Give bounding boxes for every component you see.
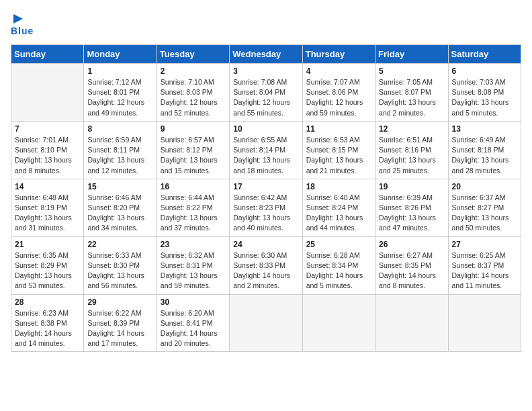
calendar-cell: 3Sunrise: 7:08 AMSunset: 8:04 PMDaylight… [230,64,302,122]
day-info: Sunrise: 6:23 AMSunset: 8:38 PMDaylight:… [15,308,80,349]
day-info: Sunrise: 6:40 AMSunset: 8:24 PMDaylight:… [306,193,371,234]
calendar-cell: 21Sunrise: 6:35 AMSunset: 8:29 PMDayligh… [11,236,84,294]
day-info: Sunrise: 6:49 AMSunset: 8:18 PMDaylight:… [452,135,517,176]
logo-text [11,11,24,26]
calendar-cell [302,294,375,352]
day-info: Sunrise: 6:55 AMSunset: 8:14 PMDaylight:… [233,135,298,176]
day-info: Sunrise: 6:25 AMSunset: 8:37 PMDaylight:… [452,250,517,291]
calendar-week-row: 1Sunrise: 7:12 AMSunset: 8:01 PMDaylight… [11,64,521,122]
svg-marker-0 [13,14,23,24]
day-number: 4 [306,66,371,76]
day-info: Sunrise: 6:53 AMSunset: 8:15 PMDaylight:… [306,135,371,176]
day-info: Sunrise: 7:03 AMSunset: 8:08 PMDaylight:… [452,77,517,118]
day-number: 9 [161,124,226,134]
calendar-cell [448,294,521,352]
column-header-friday: Friday [375,45,448,64]
calendar-cell: 14Sunrise: 6:48 AMSunset: 8:19 PMDayligh… [11,179,84,236]
calendar-cell: 16Sunrise: 6:44 AMSunset: 8:22 PMDayligh… [157,179,229,236]
column-header-thursday: Thursday [302,45,375,64]
day-number: 20 [452,182,517,191]
day-info: Sunrise: 6:46 AMSunset: 8:20 PMDaylight:… [87,193,152,234]
day-info: Sunrise: 6:22 AMSunset: 8:39 PMDaylight:… [87,308,152,349]
day-number: 17 [233,182,298,191]
day-info: Sunrise: 6:51 AMSunset: 8:16 PMDaylight:… [379,135,444,176]
day-info: Sunrise: 6:37 AMSunset: 8:27 PMDaylight:… [452,193,517,234]
column-header-wednesday: Wednesday [230,45,302,64]
day-info: Sunrise: 7:08 AMSunset: 8:04 PMDaylight:… [233,77,298,118]
logo: Blue [11,11,34,36]
calendar-cell: 29Sunrise: 6:22 AMSunset: 8:39 PMDayligh… [84,294,157,352]
day-number: 26 [379,240,444,249]
calendar-cell: 11Sunrise: 6:53 AMSunset: 8:15 PMDayligh… [302,121,375,179]
day-number: 7 [15,124,80,134]
day-number: 10 [233,124,298,134]
day-info: Sunrise: 7:05 AMSunset: 8:07 PMDaylight:… [379,77,444,118]
day-info: Sunrise: 7:01 AMSunset: 8:10 PMDaylight:… [15,135,80,176]
calendar-cell: 7Sunrise: 7:01 AMSunset: 8:10 PMDaylight… [11,121,84,179]
column-header-monday: Monday [84,45,157,64]
day-number: 27 [452,240,517,249]
calendar-cell: 13Sunrise: 6:49 AMSunset: 8:18 PMDayligh… [448,121,521,179]
day-info: Sunrise: 6:59 AMSunset: 8:11 PMDaylight:… [87,135,152,176]
day-info: Sunrise: 6:33 AMSunset: 8:30 PMDaylight:… [87,250,152,291]
calendar-cell [230,294,302,352]
day-info: Sunrise: 6:32 AMSunset: 8:31 PMDaylight:… [161,250,226,291]
day-info: Sunrise: 6:35 AMSunset: 8:29 PMDaylight:… [15,250,80,291]
calendar-week-row: 7Sunrise: 7:01 AMSunset: 8:10 PMDaylight… [11,121,521,179]
calendar-cell: 25Sunrise: 6:28 AMSunset: 8:34 PMDayligh… [302,236,375,294]
day-info: Sunrise: 7:12 AMSunset: 8:01 PMDaylight:… [87,77,152,118]
day-number: 23 [161,240,226,249]
day-number: 29 [87,298,152,307]
calendar-cell: 9Sunrise: 6:57 AMSunset: 8:12 PMDaylight… [157,121,229,179]
column-header-saturday: Saturday [448,45,521,64]
calendar-week-row: 14Sunrise: 6:48 AMSunset: 8:19 PMDayligh… [11,179,521,236]
calendar-cell: 24Sunrise: 6:30 AMSunset: 8:33 PMDayligh… [230,236,302,294]
calendar-cell: 8Sunrise: 6:59 AMSunset: 8:11 PMDaylight… [84,121,157,179]
day-number: 15 [87,182,152,191]
day-number: 13 [452,124,517,134]
day-number: 24 [233,240,298,249]
calendar-cell: 18Sunrise: 6:40 AMSunset: 8:24 PMDayligh… [302,179,375,236]
logo-arrow-icon [12,13,24,25]
calendar-cell: 10Sunrise: 6:55 AMSunset: 8:14 PMDayligh… [230,121,302,179]
day-info: Sunrise: 7:07 AMSunset: 8:06 PMDaylight:… [306,77,371,118]
calendar-cell [375,294,448,352]
day-number: 8 [87,124,152,134]
calendar-cell: 22Sunrise: 6:33 AMSunset: 8:30 PMDayligh… [84,236,157,294]
calendar-cell: 20Sunrise: 6:37 AMSunset: 8:27 PMDayligh… [448,179,521,236]
day-info: Sunrise: 6:20 AMSunset: 8:41 PMDaylight:… [161,308,226,349]
calendar-cell [11,64,84,122]
calendar-cell: 19Sunrise: 6:39 AMSunset: 8:26 PMDayligh… [375,179,448,236]
calendar-cell: 5Sunrise: 7:05 AMSunset: 8:07 PMDaylight… [375,64,448,122]
day-number: 19 [379,182,444,191]
calendar-week-row: 21Sunrise: 6:35 AMSunset: 8:29 PMDayligh… [11,236,521,294]
day-number: 14 [15,182,80,191]
day-number: 18 [306,182,371,191]
calendar-cell: 15Sunrise: 6:46 AMSunset: 8:20 PMDayligh… [84,179,157,236]
day-info: Sunrise: 6:44 AMSunset: 8:22 PMDaylight:… [161,193,226,234]
day-number: 3 [233,66,298,76]
calendar-table: SundayMondayTuesdayWednesdayThursdayFrid… [11,44,521,352]
day-number: 25 [306,240,371,249]
day-number: 2 [161,66,226,76]
calendar-cell: 30Sunrise: 6:20 AMSunset: 8:41 PMDayligh… [157,294,229,352]
calendar-cell: 1Sunrise: 7:12 AMSunset: 8:01 PMDaylight… [84,64,157,122]
calendar-cell: 26Sunrise: 6:27 AMSunset: 8:35 PMDayligh… [375,236,448,294]
page-header: Blue [11,11,521,36]
column-header-sunday: Sunday [11,45,84,64]
day-number: 11 [306,124,371,134]
day-number: 5 [379,66,444,76]
day-info: Sunrise: 6:48 AMSunset: 8:19 PMDaylight:… [15,193,80,234]
day-info: Sunrise: 6:27 AMSunset: 8:35 PMDaylight:… [379,250,444,291]
calendar-header-row: SundayMondayTuesdayWednesdayThursdayFrid… [11,45,521,64]
day-info: Sunrise: 6:42 AMSunset: 8:23 PMDaylight:… [233,193,298,234]
calendar-cell: 28Sunrise: 6:23 AMSunset: 8:38 PMDayligh… [11,294,84,352]
calendar-cell: 12Sunrise: 6:51 AMSunset: 8:16 PMDayligh… [375,121,448,179]
day-number: 6 [452,66,517,76]
calendar-cell: 4Sunrise: 7:07 AMSunset: 8:06 PMDaylight… [302,64,375,122]
calendar-cell: 17Sunrise: 6:42 AMSunset: 8:23 PMDayligh… [230,179,302,236]
calendar-week-row: 28Sunrise: 6:23 AMSunset: 8:38 PMDayligh… [11,294,521,352]
calendar-cell: 27Sunrise: 6:25 AMSunset: 8:37 PMDayligh… [448,236,521,294]
day-number: 22 [87,240,152,249]
calendar-cell: 23Sunrise: 6:32 AMSunset: 8:31 PMDayligh… [157,236,229,294]
